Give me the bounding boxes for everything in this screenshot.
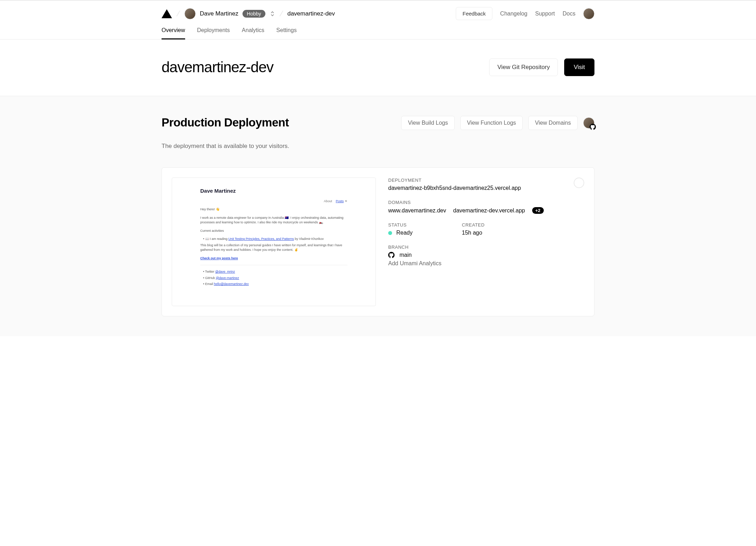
status-ready-icon	[388, 231, 392, 235]
user-avatar-icon	[184, 8, 196, 19]
github-badge-icon	[590, 124, 596, 130]
created-label: CREATED	[462, 222, 485, 228]
project-crumb[interactable]: davemartinez-dev	[287, 10, 335, 17]
branch-name[interactable]: main	[399, 252, 412, 258]
breadcrumb-divider: /	[176, 8, 181, 19]
domains-label: DOMAINS	[388, 200, 584, 205]
tab-analytics[interactable]: Analytics	[242, 27, 264, 39]
domain-extra-count-badge[interactable]: +2	[532, 207, 544, 214]
created-value: 15h ago	[462, 230, 485, 236]
tab-settings[interactable]: Settings	[276, 27, 297, 39]
preview-site-title: Dave Martinez	[200, 188, 347, 194]
status-value: Ready	[396, 230, 412, 236]
github-icon	[388, 252, 395, 258]
deployment-card: Dave Martinez About Posts ☀ Hey there! 👋…	[162, 167, 594, 316]
user-name: Dave Martinez	[200, 10, 239, 17]
branch-label: BRANCH	[388, 244, 584, 250]
author-avatar[interactable]	[583, 117, 594, 129]
breadcrumb-divider: /	[279, 8, 284, 19]
vercel-logo-icon[interactable]	[162, 9, 172, 18]
view-git-repository-button[interactable]: View Git Repository	[489, 58, 558, 76]
tab-deployments[interactable]: Deployments	[197, 27, 230, 39]
commit-message[interactable]: Add Umami Analytics	[388, 260, 584, 267]
docs-link[interactable]: Docs	[563, 11, 575, 17]
domain-secondary[interactable]: davemartinez-dev.vercel.app	[453, 207, 525, 214]
tab-overview[interactable]: Overview	[162, 27, 185, 39]
deployment-preview-thumbnail[interactable]: Dave Martinez About Posts ☀ Hey there! 👋…	[172, 178, 376, 306]
deployment-url[interactable]: davemartinez-b9bxh5snd-davemartinez25.ve…	[388, 185, 584, 191]
domain-primary[interactable]: www.davemartinez.dev	[388, 207, 446, 214]
account-avatar-button[interactable]	[583, 8, 594, 19]
view-build-logs-button[interactable]: View Build Logs	[401, 116, 455, 130]
team-scope-selector[interactable]: Dave Martinez Hobby	[184, 8, 275, 19]
project-title: davemartinez-dev	[162, 59, 273, 76]
view-domains-button[interactable]: View Domains	[528, 116, 578, 130]
project-tabs: Overview Deployments Analytics Settings	[162, 20, 594, 39]
feedback-button[interactable]: Feedback	[456, 7, 492, 20]
chevron-selector-icon[interactable]	[270, 10, 275, 17]
support-link[interactable]: Support	[535, 11, 555, 17]
production-deployment-subtitle: The deployment that is available to your…	[162, 143, 289, 150]
production-deployment-heading: Production Deployment	[162, 116, 289, 129]
visit-button[interactable]: Visit	[564, 58, 594, 76]
changelog-link[interactable]: Changelog	[500, 11, 527, 17]
deployment-label: DEPLOYMENT	[388, 178, 584, 183]
view-function-logs-button[interactable]: View Function Logs	[460, 116, 523, 130]
loading-spinner-icon	[574, 178, 584, 188]
status-label: STATUS	[388, 222, 412, 228]
plan-badge: Hobby	[242, 10, 265, 18]
